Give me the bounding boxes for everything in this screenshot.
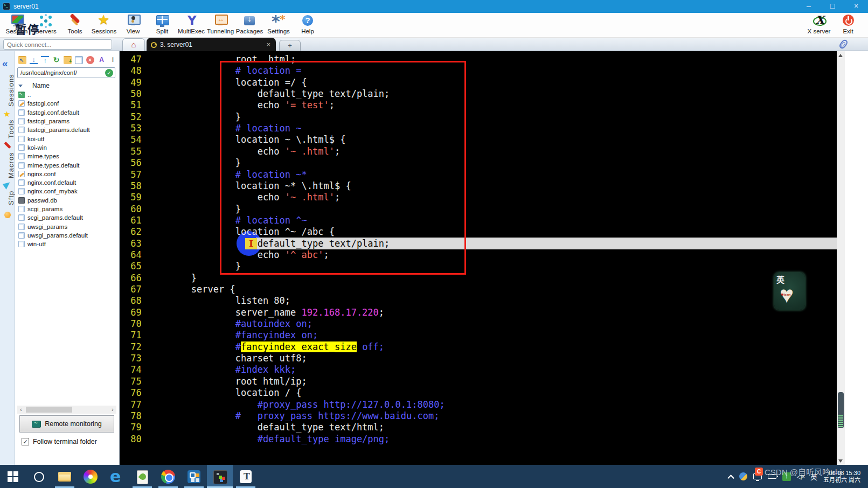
new-tab-button[interactable]: + [279, 40, 301, 51]
toolbar-view-button[interactable]: View [119, 13, 148, 37]
follow-terminal-folder-row[interactable]: ✓ Follow terminal folder [22, 438, 97, 445]
terminal-vim-editor[interactable]: I "nginx.conf" 102L, 2821C 63,20 67% 47 … [120, 51, 837, 465]
home-tab[interactable]: ⌂ [122, 38, 145, 51]
file-row[interactable]: scgi_params [17, 205, 116, 213]
scroll-left-icon[interactable]: ‹ [17, 407, 25, 413]
newfolder-icon[interactable] [64, 56, 72, 64]
toolbar-packages-button[interactable]: Packages [235, 13, 264, 37]
file-name: mime.types [27, 153, 59, 159]
taskbar-browser-pinwheel[interactable] [78, 465, 103, 488]
file-row[interactable]: .. [17, 90, 116, 99]
file-row[interactable]: nginx.conf_mybak [17, 187, 116, 196]
maximize-button[interactable]: □ [821, 0, 844, 13]
file-row[interactable]: koi-win [17, 143, 116, 152]
file-list-header[interactable]: Name [18, 82, 50, 89]
scrollbar-thumb[interactable] [26, 407, 72, 413]
code-line-72: 72 #fancyindex_exact_size off; [125, 341, 384, 353]
toolbar-multiexec-button[interactable]: MultiExec [177, 13, 206, 37]
file-name: nginx.conf_mybak [27, 188, 78, 194]
close-button[interactable]: × [844, 0, 868, 13]
line-number: 73 [125, 353, 147, 364]
annotation-red-box [220, 61, 466, 275]
file-name: fastcgi.conf.default [27, 109, 79, 116]
file-row[interactable]: uwsgi_params [17, 222, 116, 231]
taskbar-vmware-workstation[interactable] [181, 465, 207, 488]
taskbar-notepad-plus-plus[interactable] [129, 465, 155, 488]
download-icon[interactable]: ↓ [30, 56, 38, 64]
taskbar-file-explorer[interactable] [52, 465, 78, 488]
notepad-plus-plus-icon [135, 469, 150, 484]
file-row[interactable]: fastcgi.conf.default [17, 108, 116, 117]
taskbar-mobaxterm[interactable] [207, 465, 233, 488]
path-ok-icon: ✓ [105, 69, 113, 77]
name-column-header: Name [32, 82, 50, 89]
toolbar-tunneling-button[interactable]: Tunneling [206, 13, 235, 37]
sidebar-tab-macros[interactable]: Macros [0, 151, 15, 179]
file-row[interactable]: nginx.conf [17, 170, 116, 178]
toolbar-label: Tunneling [206, 28, 235, 34]
session-tab-bar: ⌂ 3. server01 × + [0, 38, 868, 51]
tray-expand-icon[interactable] [728, 474, 733, 479]
file-row[interactable]: passwd.db [17, 196, 116, 205]
file-db-icon [18, 197, 25, 204]
file-row[interactable]: uwsgi_params.default [17, 231, 116, 240]
encoding-icon[interactable] [98, 56, 106, 64]
line-number: 64 [125, 249, 147, 260]
tab-close-icon[interactable]: × [265, 40, 272, 48]
file-row[interactable]: fastcgi_params.default [17, 126, 116, 134]
toolbar-xserver-button[interactable]: X server [804, 13, 834, 37]
file-name: .. [27, 92, 31, 98]
file-row[interactable]: koi-utf [17, 134, 116, 143]
scroll-right-icon[interactable]: › [109, 407, 116, 413]
window-title: server01 [13, 3, 39, 10]
newfile-icon[interactable] [75, 56, 83, 64]
scroll-down-icon[interactable] [838, 459, 843, 463]
file-row[interactable]: mime.types.default [17, 161, 116, 169]
info-icon[interactable] [109, 56, 117, 64]
path-field[interactable]: /usr/local/nginx/conf/ ✓ [17, 67, 115, 78]
refresh-icon[interactable]: ↻ [52, 56, 60, 64]
taskbar-chrome-browser[interactable] [155, 465, 181, 488]
quick-connect-input[interactable] [3, 39, 112, 50]
file-name: koi-utf [27, 136, 44, 142]
file-row[interactable]: scgi_params.default [17, 213, 116, 222]
file-row[interactable]: mime.types [17, 152, 116, 161]
follow-checkbox[interactable]: ✓ [22, 438, 29, 445]
messenger-tray-icon[interactable] [739, 472, 747, 480]
taskbar-typora[interactable] [233, 465, 259, 488]
monitoring-icon [32, 421, 41, 428]
toolbar-help-button[interactable]: Help [293, 13, 322, 37]
upload-icon[interactable]: ↑ [41, 56, 49, 64]
toolbar-label: Packages [235, 28, 264, 34]
sidebar-tab-tools[interactable]: Tools [0, 117, 15, 141]
terminal-scrollbar[interactable] [837, 51, 845, 465]
file-row[interactable]: nginx.conf.default [17, 178, 116, 187]
scroll-up-icon[interactable] [838, 54, 843, 57]
sessions-icon [96, 14, 112, 28]
taskbar-edge-browser[interactable] [103, 465, 129, 488]
toolbar-settings-button[interactable]: Settings [264, 13, 293, 37]
terminal-scrollbar-thumb[interactable] [838, 392, 844, 428]
tab-server01[interactable]: 3. server01 × [147, 38, 276, 51]
toolbar-split-button[interactable]: Split [148, 13, 177, 37]
sidebar-tab-sessions[interactable]: Sessions [0, 73, 15, 108]
file-row[interactable]: fastcgi_params [17, 117, 116, 126]
sidebar-tab-sftp[interactable]: Sftp [0, 187, 15, 208]
toolbar-exit-button[interactable]: Exit [834, 13, 863, 37]
file-row[interactable]: fastcgi.conf [17, 99, 116, 108]
sftp-ball-icon [4, 212, 11, 218]
toolbar-tools-button[interactable]: Tools [60, 13, 89, 37]
horizontal-scrollbar[interactable]: ‹ › [17, 406, 116, 414]
delete-icon[interactable] [86, 56, 94, 64]
toolbar-sessions-button[interactable]: Sessions [89, 13, 119, 37]
taskbar-start-menu[interactable] [0, 465, 26, 488]
updir-icon[interactable] [18, 56, 26, 64]
file-row[interactable]: win-utf [17, 240, 116, 248]
collapse-sidebar-icon[interactable]: « [2, 58, 8, 69]
remote-monitoring-button[interactable]: Remote monitoring [19, 415, 114, 433]
taskbar-search[interactable] [26, 465, 52, 488]
minimize-button[interactable]: – [797, 0, 821, 13]
file-icon [18, 179, 25, 186]
attach-icon[interactable] [838, 39, 849, 50]
mobaxterm-window: server01 – □ × 暂停 SessionServersToolsSes… [0, 0, 868, 488]
